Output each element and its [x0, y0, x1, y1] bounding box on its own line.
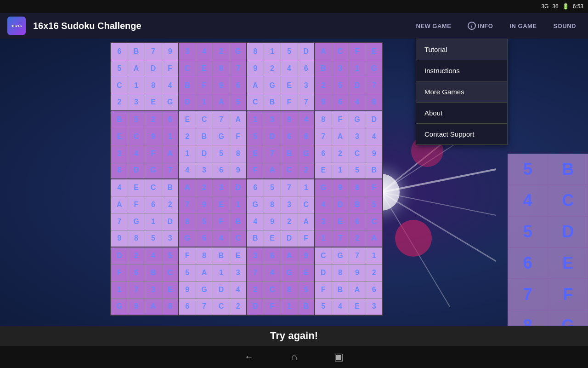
num-cell-B[interactable]: B: [548, 154, 588, 185]
cell-11-10[interactable]: D: [281, 230, 298, 247]
cell-1-11[interactable]: 6: [298, 60, 315, 77]
cell-12-8[interactable]: 3: [247, 247, 264, 264]
cell-4-13[interactable]: F: [332, 111, 349, 128]
cell-7-4[interactable]: 4: [179, 162, 196, 179]
cell-6-15[interactable]: 9: [366, 145, 383, 162]
cell-9-13[interactable]: D: [332, 196, 349, 213]
cell-14-2[interactable]: 3: [145, 281, 162, 298]
cell-8-2[interactable]: C: [145, 179, 162, 196]
cell-1-7[interactable]: 7: [230, 60, 247, 77]
cell-0-6[interactable]: 2: [213, 43, 230, 60]
num-cell-6[interactable]: 6: [508, 247, 548, 279]
cell-3-7[interactable]: 5: [230, 94, 247, 111]
cell-15-6[interactable]: C: [213, 298, 230, 315]
num-cell-F[interactable]: F: [548, 279, 588, 310]
cell-3-3[interactable]: G: [162, 94, 179, 111]
cell-2-13[interactable]: 5: [332, 77, 349, 94]
cell-9-12[interactable]: 4: [315, 196, 332, 213]
cell-10-1[interactable]: G: [128, 213, 145, 230]
cell-15-0[interactable]: G: [111, 298, 128, 315]
cell-14-14[interactable]: A: [349, 281, 366, 298]
cell-0-12[interactable]: A: [315, 43, 332, 60]
cell-3-11[interactable]: 7: [298, 94, 315, 111]
cell-11-15[interactable]: A: [366, 230, 383, 247]
cell-7-15[interactable]: B: [366, 162, 383, 179]
cell-4-1[interactable]: 5: [128, 111, 145, 128]
cell-14-0[interactable]: 1: [111, 281, 128, 298]
home-button[interactable]: ⌂: [291, 351, 297, 363]
cell-13-6[interactable]: 1: [213, 264, 230, 281]
cell-6-12[interactable]: 6: [315, 145, 332, 162]
cell-1-5[interactable]: E: [196, 60, 213, 77]
cell-15-15[interactable]: 3: [366, 298, 383, 315]
cell-6-0[interactable]: 3: [111, 145, 128, 162]
num-cell-D[interactable]: D: [548, 216, 588, 247]
cell-2-10[interactable]: E: [281, 77, 298, 94]
cell-13-15[interactable]: 2: [366, 264, 383, 281]
cell-4-0[interactable]: B: [111, 111, 128, 128]
cell-2-15[interactable]: 7: [366, 77, 383, 94]
cell-4-10[interactable]: 9: [281, 111, 298, 128]
cell-6-8[interactable]: E: [247, 145, 264, 162]
cell-15-2[interactable]: A: [145, 298, 162, 315]
cell-14-12[interactable]: F: [315, 281, 332, 298]
cell-8-10[interactable]: 7: [281, 179, 298, 196]
cell-6-11[interactable]: G: [298, 145, 315, 162]
cell-13-8[interactable]: 7: [247, 264, 264, 281]
cell-1-0[interactable]: 5: [111, 60, 128, 77]
cell-12-9[interactable]: 6: [264, 247, 281, 264]
cell-0-0[interactable]: 6: [111, 43, 128, 60]
cell-9-7[interactable]: 1: [230, 196, 247, 213]
cell-7-11[interactable]: 2: [298, 162, 315, 179]
cell-9-6[interactable]: E: [213, 196, 230, 213]
cell-9-14[interactable]: B: [349, 196, 366, 213]
cell-3-1[interactable]: 3: [128, 94, 145, 111]
cell-7-14[interactable]: 5: [349, 162, 366, 179]
cell-7-10[interactable]: C: [281, 162, 298, 179]
cell-9-4[interactable]: 7: [179, 196, 196, 213]
cell-11-13[interactable]: 7: [332, 230, 349, 247]
cell-14-8[interactable]: 2: [247, 281, 264, 298]
cell-11-5[interactable]: 6: [196, 230, 213, 247]
in-game-button[interactable]: IN GAME: [505, 20, 541, 32]
cell-7-8[interactable]: F: [247, 162, 264, 179]
sudoku-grid[interactable]: 6B79342G815DACFE5ADFCE879246B31GC184BF96…: [110, 42, 383, 316]
info-button[interactable]: i INFO: [463, 19, 498, 33]
cell-5-1[interactable]: C: [128, 128, 145, 145]
cell-6-4[interactable]: 1: [179, 145, 196, 162]
cell-6-5[interactable]: D: [196, 145, 213, 162]
cell-15-3[interactable]: 8: [162, 298, 179, 315]
cell-6-3[interactable]: A: [162, 145, 179, 162]
cell-11-6[interactable]: 4: [213, 230, 230, 247]
cell-13-7[interactable]: 3: [230, 264, 247, 281]
cell-6-6[interactable]: 5: [213, 145, 230, 162]
cell-1-10[interactable]: 4: [281, 60, 298, 77]
cell-15-11[interactable]: B: [298, 298, 315, 315]
cell-11-9[interactable]: E: [264, 230, 281, 247]
cell-10-13[interactable]: E: [332, 213, 349, 230]
cell-2-9[interactable]: G: [264, 77, 281, 94]
cell-5-15[interactable]: 4: [366, 128, 383, 145]
cell-5-5[interactable]: B: [196, 128, 213, 145]
cell-0-3[interactable]: 9: [162, 43, 179, 60]
num-cell-5[interactable]: 5: [508, 154, 548, 185]
cell-5-6[interactable]: G: [213, 128, 230, 145]
cell-10-12[interactable]: 3: [315, 213, 332, 230]
cell-3-0[interactable]: 2: [111, 94, 128, 111]
cell-15-13[interactable]: 4: [332, 298, 349, 315]
menu-item-about[interactable]: About: [416, 103, 507, 124]
cell-1-14[interactable]: 1: [349, 60, 366, 77]
cell-2-1[interactable]: 1: [128, 77, 145, 94]
cell-10-15[interactable]: C: [366, 213, 383, 230]
cell-6-10[interactable]: B: [281, 145, 298, 162]
cell-12-3[interactable]: 5: [162, 247, 179, 264]
cell-8-4[interactable]: A: [179, 179, 196, 196]
cell-15-4[interactable]: 6: [179, 298, 196, 315]
cell-9-11[interactable]: C: [298, 196, 315, 213]
cell-3-14[interactable]: 4: [349, 94, 366, 111]
cell-3-12[interactable]: 9: [315, 94, 332, 111]
cell-11-14[interactable]: 2: [349, 230, 366, 247]
cell-10-2[interactable]: 1: [145, 213, 162, 230]
cell-15-9[interactable]: F: [264, 298, 281, 315]
cell-5-7[interactable]: F: [230, 128, 247, 145]
